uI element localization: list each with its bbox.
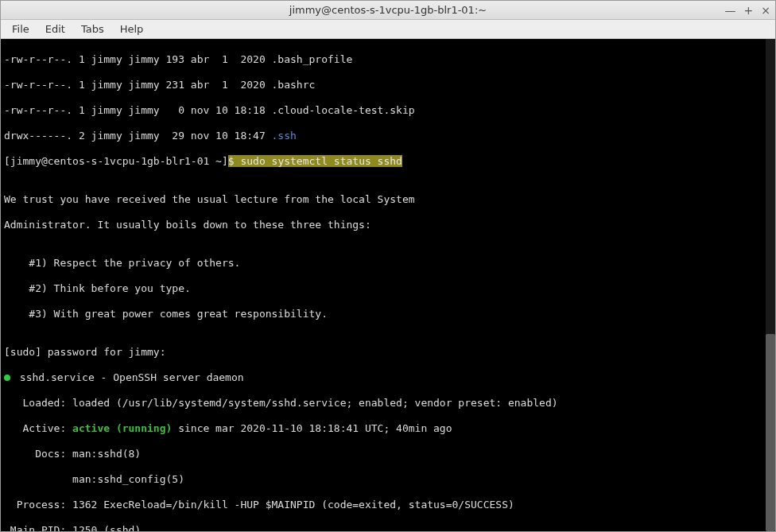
scrollbar-thumb[interactable]: [766, 334, 775, 531]
terminal-viewport[interactable]: -rw-r--r--. 1 jimmy jimmy 193 abr 1 2020…: [1, 39, 775, 531]
lecture-line: #2) Think before you type.: [4, 282, 772, 295]
menu-tabs[interactable]: Tabs: [75, 21, 111, 37]
active-state: active (running): [72, 422, 172, 434]
status-dot-icon: [4, 375, 10, 381]
service-loaded: Loaded: loaded (/usr/lib/systemd/system/…: [4, 397, 772, 410]
lecture-line: #1) Respect the privacy of others.: [4, 257, 772, 270]
service-docs: Docs: man:sshd(8): [4, 448, 772, 460]
terminal-window: jimmy@centos-s-1vcpu-1gb-blr1-01:~ — + ×…: [0, 0, 776, 532]
prompt-highlight: $ sudo systemctl status sshd: [228, 155, 402, 167]
service-name-line: sshd.service - OpenSSH server daemon: [14, 371, 244, 383]
maximize-button[interactable]: +: [744, 5, 754, 16]
service-docs: man:sshd_config(5): [4, 473, 772, 486]
service-header: sshd.service - OpenSSH server daemon: [4, 371, 772, 384]
service-mainpid: Main PID: 1250 (sshd): [4, 524, 772, 531]
window-title: jimmy@centos-s-1vcpu-1gb-blr1-01:~: [289, 4, 487, 16]
ls-line: drwx------. 2 jimmy jimmy 29 nov 10 18:4…: [4, 130, 772, 142]
prompt-line: [jimmy@centos-s-1vcpu-1gb-blr1-01 ~]$ su…: [4, 155, 772, 168]
close-button[interactable]: ×: [761, 5, 770, 16]
lecture-line: #3) With great power comes great respons…: [4, 308, 772, 320]
menubar: File Edit Tabs Help: [1, 20, 775, 39]
menu-file[interactable]: File: [6, 21, 36, 37]
minimize-button[interactable]: —: [725, 5, 736, 16]
ls-line: -rw-r--r--. 1 jimmy jimmy 193 abr 1 2020…: [4, 53, 772, 66]
sudo-password-prompt: [sudo] password for jimmy:: [4, 346, 772, 359]
prompt-dollar: $: [228, 155, 241, 167]
menu-help[interactable]: Help: [114, 21, 150, 37]
lecture-line: Administrator. It usually boils down to …: [4, 219, 772, 231]
service-active: Active: active (running) since mar 2020-…: [4, 422, 772, 435]
ls-ssh-prefix: drwx------. 2 jimmy jimmy 29 nov 10 18:4…: [4, 130, 272, 142]
titlebar[interactable]: jimmy@centos-s-1vcpu-1gb-blr1-01:~ — + ×: [1, 1, 775, 20]
prompt-prefix: [jimmy@centos-s-1vcpu-1gb-blr1-01 ~]: [4, 155, 228, 167]
service-process: Process: 1362 ExecReload=/bin/kill -HUP …: [4, 499, 772, 511]
ls-line: -rw-r--r--. 1 jimmy jimmy 231 abr 1 2020…: [4, 79, 772, 91]
terminal-content[interactable]: -rw-r--r--. 1 jimmy jimmy 193 abr 1 2020…: [4, 41, 772, 531]
scrollbar-track[interactable]: [766, 39, 775, 531]
menu-edit[interactable]: Edit: [39, 21, 72, 37]
lecture-line: We trust you have received the usual lec…: [4, 193, 772, 206]
window-controls: — + ×: [725, 5, 770, 16]
typed-command: sudo systemctl status sshd: [240, 155, 402, 167]
ssh-dir-name: .ssh: [272, 130, 297, 142]
ls-line: -rw-r--r--. 1 jimmy jimmy 0 nov 10 18:18…: [4, 104, 772, 117]
active-since: since mar 2020-11-10 18:18:41 UTC; 40min…: [172, 422, 452, 434]
active-label: Active:: [4, 422, 72, 434]
